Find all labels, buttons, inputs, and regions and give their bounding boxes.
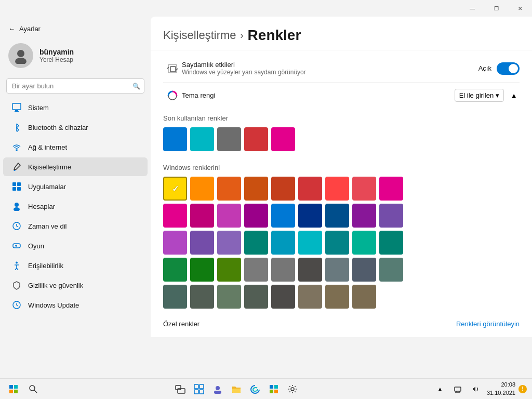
settings-taskbar-button[interactable] bbox=[284, 381, 301, 397]
windows-renk-swatch[interactable] bbox=[352, 177, 376, 201]
windows-renk-swatch[interactable] bbox=[352, 258, 376, 282]
svg-rect-29 bbox=[200, 390, 204, 394]
close-button[interactable]: ✕ bbox=[508, 0, 532, 17]
windows-renk-swatch[interactable] bbox=[163, 258, 187, 282]
windows-renk-swatch[interactable] bbox=[271, 285, 295, 309]
svg-rect-33 bbox=[270, 385, 273, 389]
windows-renk-swatch[interactable] bbox=[352, 204, 376, 228]
windows-renk-swatch[interactable] bbox=[298, 177, 322, 201]
windows-renk-swatch[interactable] bbox=[325, 285, 349, 309]
windows-renk-swatch[interactable] bbox=[244, 231, 268, 255]
windows-renk-swatch[interactable] bbox=[379, 204, 403, 228]
windows-renk-swatch[interactable] bbox=[217, 285, 241, 309]
svg-point-10 bbox=[15, 203, 19, 207]
nav-item-erisim[interactable]: Erişilebilirlik bbox=[3, 256, 148, 275]
windows-renk-swatch[interactable] bbox=[244, 285, 268, 309]
back-button[interactable]: ← Ayarlar bbox=[0, 22, 151, 36]
windows-renk-swatch[interactable] bbox=[163, 231, 187, 255]
restore-button[interactable]: ❐ bbox=[484, 0, 508, 17]
edge-button[interactable] bbox=[247, 381, 263, 397]
nav-item-kisisel[interactable]: Kişiselleştirme bbox=[3, 157, 148, 176]
windows-renk-swatch[interactable] bbox=[190, 231, 214, 255]
windows-renk-swatch[interactable] bbox=[352, 231, 376, 255]
windows-renk-swatch[interactable] bbox=[298, 204, 322, 228]
notification-badge[interactable]: ! bbox=[518, 385, 527, 393]
windows-renk-swatch[interactable] bbox=[325, 231, 349, 255]
nav-item-update[interactable]: Windows Update bbox=[3, 296, 148, 314]
svg-rect-8 bbox=[12, 187, 16, 191]
son-renk-swatch[interactable] bbox=[163, 127, 187, 151]
saydamlik-toggle[interactable] bbox=[497, 62, 520, 75]
windows-renk-swatch[interactable] bbox=[190, 258, 214, 282]
clock[interactable]: 20:08 31.10.2021 bbox=[487, 381, 515, 397]
teams-button[interactable] bbox=[209, 381, 226, 397]
windows-renk-swatch[interactable] bbox=[298, 231, 322, 255]
nav-item-hesaplar[interactable]: Hesaplar bbox=[3, 197, 148, 216]
nav-label: Kişiselleştirme bbox=[28, 163, 71, 171]
windows-renk-swatch[interactable] bbox=[217, 231, 241, 255]
windows-renk-swatch[interactable] bbox=[163, 285, 187, 309]
windows-renk-swatch[interactable] bbox=[325, 258, 349, 282]
search-taskbar-button[interactable] bbox=[25, 381, 42, 397]
username: bünyamin bbox=[39, 48, 74, 56]
nav-item-zaman[interactable]: Zaman ve dil bbox=[3, 217, 148, 235]
windows-renkler-title: Windows renklerini bbox=[163, 164, 520, 171]
windows-renk-swatch[interactable] bbox=[271, 258, 295, 282]
windows-renk-swatch[interactable] bbox=[244, 177, 268, 201]
store-button[interactable] bbox=[265, 381, 282, 397]
windows-renk-swatch[interactable] bbox=[298, 258, 322, 282]
nav-item-gizlilik[interactable]: Gizlilik ve güvenlik bbox=[3, 276, 148, 295]
breadcrumb: Kişiselleştirme bbox=[163, 29, 236, 42]
windows-renk-swatch[interactable] bbox=[217, 258, 241, 282]
windows-renk-swatch[interactable] bbox=[379, 231, 403, 255]
start-button[interactable] bbox=[5, 381, 22, 397]
nav-item-uygulamalar[interactable]: Uygulamalar bbox=[3, 177, 148, 196]
settings-section: Saydamlık etkileri Windows ve yüzeyler y… bbox=[151, 50, 532, 337]
svg-rect-4 bbox=[15, 111, 19, 112]
svg-point-1 bbox=[15, 58, 26, 64]
son-renk-swatch[interactable] bbox=[217, 127, 241, 151]
windows-renk-swatch[interactable] bbox=[244, 204, 268, 228]
windows-renk-swatch[interactable] bbox=[163, 204, 187, 228]
son-renk-swatch[interactable] bbox=[190, 127, 214, 151]
windows-renk-swatch[interactable] bbox=[271, 231, 295, 255]
windows-renk-swatch[interactable] bbox=[190, 177, 214, 201]
network-icon[interactable] bbox=[449, 381, 466, 397]
sistem-icon bbox=[11, 102, 22, 113]
taskview-button[interactable] bbox=[172, 381, 189, 397]
volume-icon[interactable] bbox=[467, 381, 484, 397]
son-renk-swatch[interactable] bbox=[244, 127, 268, 151]
tema-dropdown[interactable]: El ile girilen ▾ bbox=[455, 89, 504, 102]
windows-renk-swatch[interactable] bbox=[325, 177, 349, 201]
windows-renk-swatch[interactable] bbox=[217, 204, 241, 228]
windows-renk-swatch[interactable] bbox=[325, 204, 349, 228]
collapse-button[interactable]: ▲ bbox=[508, 89, 520, 102]
widgets-button[interactable] bbox=[191, 381, 207, 397]
renkler-link[interactable]: Renkleri görüntüleyin bbox=[456, 320, 520, 328]
chevron-up-icon[interactable]: ▲ bbox=[432, 381, 448, 397]
nav-item-ag[interactable]: Ağ & internet bbox=[3, 138, 148, 156]
windows-renk-swatch[interactable] bbox=[379, 177, 403, 201]
windows-renk-swatch[interactable] bbox=[379, 258, 403, 282]
windows-renk-swatch[interactable] bbox=[217, 177, 241, 201]
son-renk-swatch[interactable] bbox=[271, 127, 295, 151]
windows-renk-swatch[interactable] bbox=[190, 285, 214, 309]
windows-renk-swatch[interactable] bbox=[244, 258, 268, 282]
clock-icon bbox=[11, 221, 22, 231]
explorer-button[interactable] bbox=[228, 381, 245, 397]
windows-renk-swatch[interactable] bbox=[271, 204, 295, 228]
windows-renk-swatch[interactable] bbox=[190, 204, 214, 228]
nav-item-sistem[interactable]: Sistem bbox=[3, 98, 148, 117]
svg-rect-7 bbox=[17, 182, 21, 186]
windows-renk-swatch[interactable] bbox=[352, 285, 376, 309]
search-input[interactable] bbox=[6, 78, 144, 94]
nav-item-oyun[interactable]: Oyun bbox=[3, 236, 148, 255]
windows-renk-swatch[interactable] bbox=[298, 285, 322, 309]
windows-renk-swatch[interactable] bbox=[163, 177, 187, 201]
minimize-button[interactable]: — bbox=[460, 0, 484, 17]
clock-time: 20:08 bbox=[487, 381, 515, 389]
svg-rect-34 bbox=[274, 385, 278, 389]
nav-item-bluetooth[interactable]: Bluetooth & cihazlar bbox=[3, 118, 148, 137]
color-row bbox=[163, 204, 520, 228]
windows-renk-swatch[interactable] bbox=[271, 177, 295, 201]
